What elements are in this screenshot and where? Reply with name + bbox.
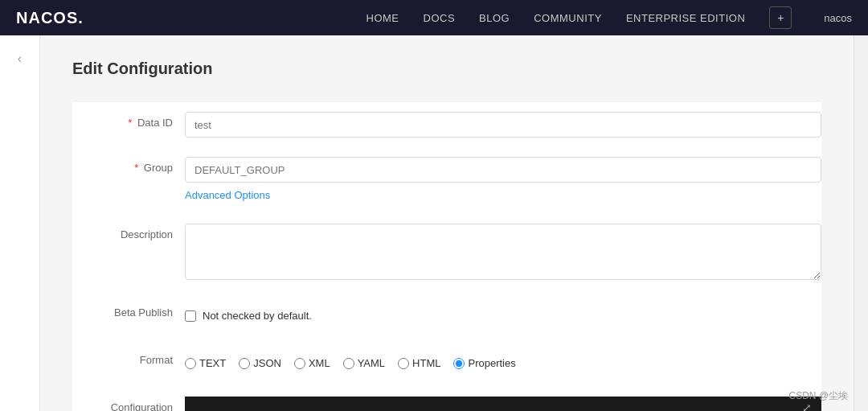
beta-publish-checkbox-wrapper: Not checked by default.: [185, 310, 312, 322]
nav-home[interactable]: HOME: [366, 12, 399, 24]
description-label: Description: [72, 224, 185, 240]
format-properties-option[interactable]: Properties: [453, 357, 515, 369]
beta-publish-row: Beta Publish Not checked by default.: [72, 292, 821, 339]
beta-publish-checkbox[interactable]: [185, 310, 196, 322]
main-content: Edit Configuration * Data ID * Group: [40, 35, 854, 411]
nav-community[interactable]: COMMUNITY: [534, 12, 602, 24]
advanced-options-link[interactable]: Advanced Options: [185, 183, 821, 204]
beta-publish-control: Not checked by default.: [185, 302, 821, 330]
nav-blog[interactable]: BLOG: [479, 12, 510, 24]
sidebar-toggle[interactable]: ‹: [18, 51, 22, 66]
format-text-label: TEXT: [199, 357, 226, 369]
format-html-radio[interactable]: [398, 358, 409, 369]
format-properties-radio[interactable]: [453, 358, 465, 369]
add-icon[interactable]: +: [769, 6, 792, 29]
format-control: TEXT JSON XML YAML: [185, 349, 821, 377]
data-id-input[interactable]: [185, 112, 821, 138]
format-xml-radio[interactable]: [294, 358, 305, 369]
right-scroll-panel: [854, 35, 868, 411]
group-control: Advanced Options: [185, 157, 821, 204]
group-input[interactable]: [185, 157, 821, 183]
nav-docs[interactable]: DOCS: [424, 12, 456, 24]
main-layout: ‹ Edit Configuration * Data ID * Group: [0, 35, 868, 411]
nav-links: HOME DOCS BLOG COMMUNITY ENTERPRISE EDIT…: [366, 6, 852, 29]
group-row: * Group Advanced Options: [72, 147, 821, 214]
format-json-label: JSON: [253, 357, 281, 369]
format-yaml-label: YAML: [358, 357, 385, 369]
logo: NACOS.: [16, 9, 84, 27]
data-id-label: * Data ID: [72, 112, 185, 129]
format-properties-label: Properties: [468, 357, 515, 369]
format-row: Format TEXT JSON XML: [72, 339, 821, 387]
format-label: Format: [72, 349, 185, 366]
format-json-option[interactable]: JSON: [239, 357, 281, 369]
group-label: * Group: [72, 157, 185, 174]
format-yaml-radio[interactable]: [343, 358, 354, 369]
format-html-label: HTML: [412, 357, 440, 369]
logo-text: NACOS.: [16, 9, 84, 27]
sidebar: ‹: [0, 35, 40, 411]
nav-user: nacos: [824, 12, 852, 24]
description-control: [185, 224, 821, 282]
data-id-control: [185, 112, 821, 138]
config-content-label: Configuration Content ⓘ:: [72, 397, 185, 411]
config-content-row: Configuration Content ⓘ: ⤢ 1 server.port…: [72, 387, 821, 411]
page-title: Edit Configuration: [72, 60, 821, 78]
data-id-row: * Data ID: [72, 102, 821, 147]
beta-publish-label: Beta Publish: [72, 302, 185, 319]
format-html-option[interactable]: HTML: [398, 357, 440, 369]
format-text-radio[interactable]: [185, 358, 196, 369]
nav-enterprise[interactable]: ENTERPRISE EDITION: [626, 12, 745, 24]
format-xml-label: XML: [309, 357, 330, 369]
description-textarea[interactable]: [185, 224, 821, 280]
format-text-option[interactable]: TEXT: [185, 357, 226, 369]
beta-publish-text: Not checked by default.: [203, 310, 312, 322]
code-editor-toolbar: ⤢: [185, 397, 821, 411]
code-editor-wrapper: ⤢ 1 server.port=8086 2 useLocalCac: [185, 397, 821, 411]
top-navigation: NACOS. HOME DOCS BLOG COMMUNITY ENTERPRI…: [0, 0, 868, 35]
watermark: CSDN @尘埃: [788, 389, 848, 403]
description-row: Description: [72, 214, 821, 292]
format-yaml-option[interactable]: YAML: [343, 357, 385, 369]
format-json-radio[interactable]: [239, 358, 250, 369]
edit-configuration-form: * Data ID * Group Advanced Options: [72, 102, 821, 411]
format-xml-option[interactable]: XML: [294, 357, 330, 369]
